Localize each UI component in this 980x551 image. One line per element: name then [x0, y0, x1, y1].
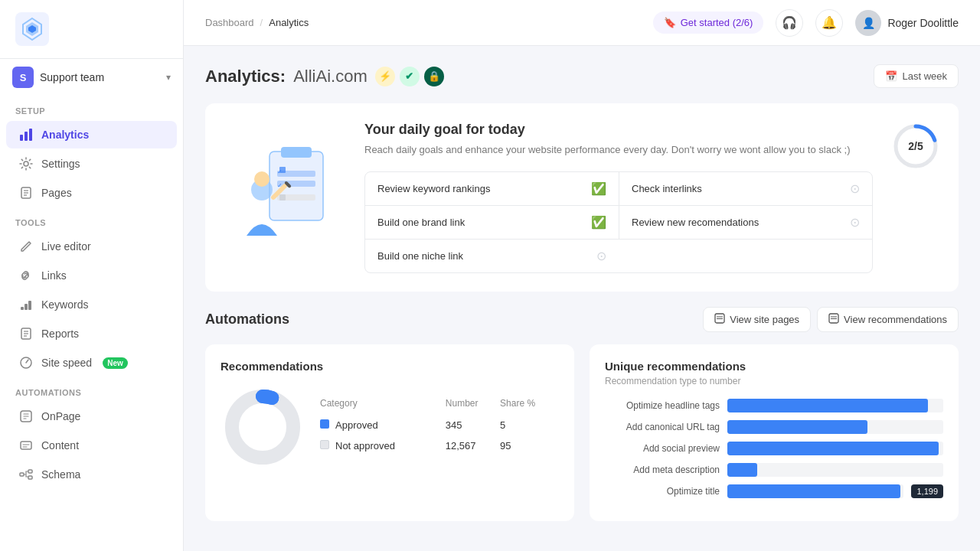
last-week-button[interactable]: 📅 Last week — [874, 64, 959, 88]
goal-description: Reach daily goals and enhance your websi… — [364, 142, 873, 158]
bar-label-0: Optimize headline tags — [605, 400, 720, 411]
header-actions: 🔖 Get started (2/6) 🎧 🔔 👤 Roger Doolittl… — [653, 9, 959, 37]
sidebar-item-live-editor[interactable]: Live editor — [6, 233, 177, 260]
automations-header: Automations View site pages View recomme… — [205, 307, 959, 332]
recommendations-card: Recommendations — [205, 344, 574, 521]
team-avatar: S — [12, 67, 34, 88]
sidebar-item-site-speed[interactable]: Site speed New — [6, 349, 177, 377]
svg-rect-24 — [28, 476, 32, 479]
svg-rect-26 — [281, 147, 312, 158]
bar-fill-4 — [727, 484, 900, 498]
team-selector[interactable]: S Support team ▾ — [0, 59, 183, 96]
last-week-label: Last week — [902, 70, 947, 82]
site-name: AlliAi.com — [293, 67, 368, 86]
notifications-button[interactable]: 🔔 — [815, 9, 843, 37]
sidebar-item-schema[interactable]: Schema — [6, 461, 177, 488]
task-item-4: Build one niche link ⊙ — [365, 240, 619, 272]
sidebar-item-onpage[interactable]: OnPage — [6, 403, 177, 430]
donut-svg — [220, 385, 305, 469]
task-item-0: Review keyword rankings ✅ — [365, 172, 619, 206]
get-started-button[interactable]: 🔖 Get started (2/6) — [653, 11, 764, 34]
bar-track-0 — [727, 399, 943, 412]
col-share: Share % — [500, 398, 559, 415]
lightning-badge: ⚡ — [375, 67, 395, 86]
sidebar-item-content[interactable]: Content — [6, 432, 177, 459]
view-site-pages-button[interactable]: View site pages — [703, 307, 811, 332]
app-logo — [15, 12, 49, 46]
bar-row-1: Add canonical URL tag — [605, 420, 943, 434]
sidebar-item-pages[interactable]: Pages — [6, 179, 177, 207]
schema-label: Schema — [41, 468, 80, 481]
rec-card-title: Recommendations — [220, 360, 559, 373]
speed-icon — [18, 355, 34, 370]
col-number: Number — [446, 398, 500, 415]
color-dot-not-approved — [320, 440, 329, 449]
task-label-2: Build one brand link — [377, 217, 465, 228]
task-item-1: Check interlinks ⊙ — [619, 172, 872, 206]
svg-rect-23 — [28, 470, 32, 473]
setup-section-label: Setup — [0, 96, 183, 120]
top-header: Dashboard / Analytics 🔖 Get started (2/6… — [184, 0, 980, 46]
sidebar-item-keywords[interactable]: Keywords — [6, 291, 177, 318]
site-speed-label: Site speed — [41, 357, 92, 369]
bar-fill-2 — [727, 442, 939, 455]
breadcrumb-home[interactable]: Dashboard — [205, 17, 254, 28]
sidebar-item-analytics[interactable]: Analytics — [6, 121, 177, 148]
headset-button[interactable]: 🎧 — [776, 9, 803, 37]
svg-point-35 — [254, 171, 270, 187]
sidebar-item-settings[interactable]: Settings — [6, 150, 177, 178]
site-pages-icon — [714, 313, 725, 326]
get-started-label: Get started (2/6) — [681, 17, 753, 28]
automations-title: Automations — [205, 311, 289, 328]
goal-content: Your daily goal for today Reach daily go… — [364, 122, 873, 273]
content-label: Content — [41, 439, 79, 452]
bar-fill-3 — [727, 463, 757, 477]
svg-rect-4 — [20, 135, 23, 141]
daily-goal-card: ✓ ✓ Your daily goal for today Reach dail… — [205, 103, 959, 292]
task-check-4: ⊙ — [596, 249, 606, 263]
breadcrumb: Dashboard / Analytics — [205, 17, 309, 28]
goal-tasks-grid: Review keyword rankings ✅ Check interlin… — [364, 171, 873, 273]
calendar-icon: 📅 — [885, 70, 897, 82]
bar-track-4 — [727, 484, 903, 498]
unique-rec-title: Unique recommendations — [605, 360, 943, 373]
task-label-0: Review keyword rankings — [377, 183, 490, 194]
chart-bar-icon — [18, 127, 34, 142]
task-item-3: Review new recomendations ⊙ — [619, 206, 872, 240]
sidebar-item-links[interactable]: Links — [6, 262, 177, 289]
svg-text:✓: ✓ — [277, 168, 283, 175]
task-check-2: ✅ — [591, 215, 606, 230]
rec-number-1: 12,567 — [446, 435, 500, 456]
bar-row-4: Optimize title 1,199 — [605, 484, 943, 498]
unique-rec-card: Unique recommendations Recommendation ty… — [590, 344, 959, 521]
automations-section-label: Automations — [0, 377, 183, 402]
team-left: S Support team — [12, 67, 104, 88]
tools-section-label: Tools — [0, 207, 183, 232]
view-recommendations-button[interactable]: View recommendations — [817, 307, 959, 332]
bar-label-4: Optimize title — [605, 486, 720, 497]
headset-icon: 🎧 — [782, 15, 797, 30]
view-site-pages-label: View site pages — [730, 314, 799, 325]
bar-track-3 — [727, 463, 943, 477]
svg-rect-14 — [28, 301, 31, 310]
gear-icon — [18, 156, 34, 171]
svg-rect-6 — [29, 129, 32, 141]
rec-share-0: 5 — [500, 415, 559, 435]
user-menu[interactable]: 👤 Roger Doolittle — [855, 10, 959, 36]
reports-icon — [18, 326, 34, 341]
breadcrumb-separator: / — [260, 17, 263, 28]
svg-point-46 — [232, 396, 293, 458]
cards-grid: Recommendations — [205, 344, 959, 521]
svg-rect-12 — [21, 307, 24, 310]
task-item-2: Build one brand link ✅ — [365, 206, 619, 240]
sidebar: S Support team ▾ Setup Analytics Setting… — [0, 0, 184, 551]
sidebar-item-reports[interactable]: Reports — [6, 320, 177, 347]
task-label-4: Build one niche link — [377, 250, 463, 262]
person-checklist-illustration: ✓ ✓ — [227, 136, 342, 259]
donut-chart — [220, 385, 305, 469]
svg-rect-13 — [24, 304, 28, 310]
bar-row-3: Add meta description — [605, 463, 943, 477]
automations-action-buttons: View site pages View recommendations — [703, 307, 959, 332]
task-check-3: ⊙ — [850, 215, 860, 230]
new-badge: New — [103, 357, 128, 369]
